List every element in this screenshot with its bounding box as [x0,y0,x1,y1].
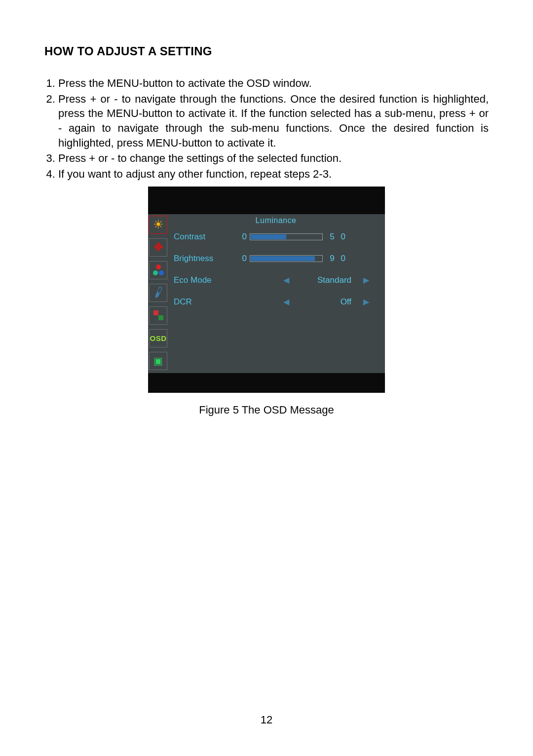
figure-caption: Figure 5 The OSD Message [44,404,489,416]
sun-icon: ☀ [153,219,164,230]
left-arrow-icon[interactable]: ◀ [280,297,292,306]
brightness-fill [251,256,315,261]
blocks-icon [153,310,163,320]
contrast-label: Contrast [174,232,234,242]
contrast-min: 0 [234,232,250,242]
brightness-min: 0 [234,254,250,264]
page-number: 12 [44,714,489,726]
screen-icon: ▣ [153,355,163,367]
wrench-icon: 🖌 [151,285,166,301]
dcr-row[interactable]: DCR ◀ Off ▶ [174,291,378,313]
osd-bottom-bar [148,373,385,393]
picture-boost-icon[interactable]: 🖌 [149,284,167,302]
extra-icon[interactable]: ▣ [149,352,167,370]
figure: ☀ ✥ 🖌 OSD ▣ Luminance Contrast 0 5 0 [44,187,489,416]
eco-mode-value: Standard [292,275,352,285]
dcr-label: DCR [174,297,234,307]
osd-top-bar [148,187,385,214]
instruction-item: If you want to adjust any other function… [58,167,489,182]
osd-setup-icon[interactable] [149,306,167,325]
brightness-value: 9 0 [323,254,347,264]
left-arrow-icon[interactable]: ◀ [280,275,292,285]
osd-label-icon[interactable]: OSD [149,329,167,347]
rgb-icon [153,265,164,275]
right-arrow-icon[interactable]: ▶ [352,297,369,306]
eco-mode-row[interactable]: Eco Mode ◀ Standard ▶ [174,269,378,291]
osd-sidebar: ☀ ✥ 🖌 OSD ▣ [148,214,168,373]
osd-panel: Luminance Contrast 0 5 0 Brightness 0 9 … [168,214,385,373]
color-temp-icon[interactable] [149,261,167,279]
osd-window: ☀ ✥ 🖌 OSD ▣ Luminance Contrast 0 5 0 [148,187,385,393]
osd-panel-title: Luminance [174,216,378,225]
move-icon: ✥ [154,242,163,253]
contrast-bar[interactable] [250,233,323,240]
dcr-value: Off [292,297,352,307]
brightness-label: Brightness [174,254,234,264]
eco-mode-label: Eco Mode [174,275,234,285]
brightness-bar[interactable] [250,255,323,262]
contrast-row[interactable]: Contrast 0 5 0 [174,226,378,248]
section-heading: HOW TO ADJUST A SETTING [44,44,489,58]
instruction-item: Press + or - to change the settings of t… [58,151,489,166]
document-page: HOW TO ADJUST A SETTING Press the MENU-b… [0,0,533,756]
image-setup-icon[interactable]: ✥ [149,238,167,257]
osd-panel-spacer [174,313,378,367]
instruction-list: Press the MENU-button to activate the OS… [44,76,489,182]
right-arrow-icon[interactable]: ▶ [352,275,369,285]
contrast-fill [251,234,286,239]
instruction-item: Press the MENU-button to activate the OS… [58,76,489,91]
contrast-value: 5 0 [323,232,347,242]
osd-body: ☀ ✥ 🖌 OSD ▣ Luminance Contrast 0 5 0 [148,214,385,373]
instruction-item: Press + or - to navigate through the fun… [58,92,489,151]
brightness-row[interactable]: Brightness 0 9 0 [174,248,378,269]
osd-text-icon: OSD [150,334,166,342]
luminance-icon[interactable]: ☀ [149,216,167,234]
